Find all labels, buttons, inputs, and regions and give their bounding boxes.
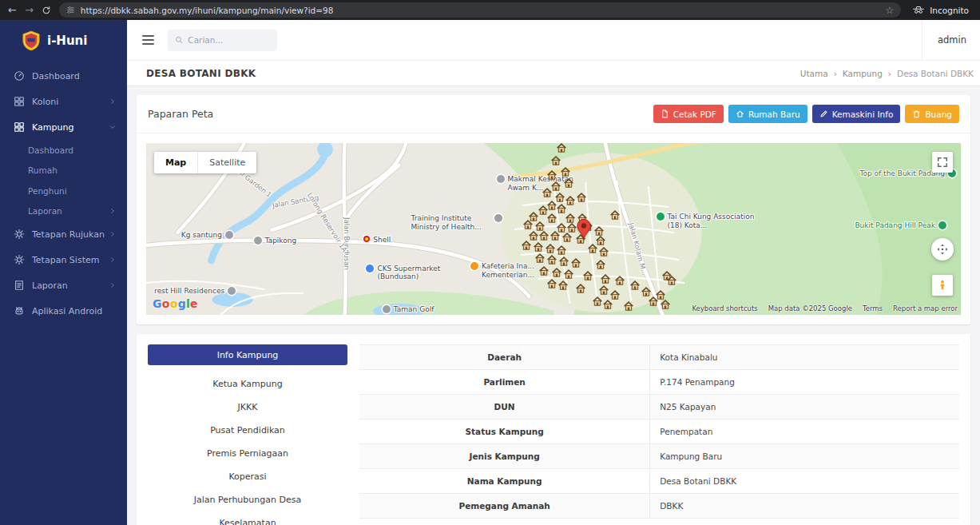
- house-marker[interactable]: [582, 271, 593, 280]
- house-marker[interactable]: [562, 233, 573, 242]
- map-poi-kafeteria-ina-kementerian[interactable]: Kafeteria Ina... Kementerian...: [470, 262, 550, 280]
- sidebar-item-koloni[interactable]: Koloni: [0, 89, 127, 114]
- map-poi-kg-santung[interactable]: Kg santung: [181, 231, 233, 240]
- tab-koperasi[interactable]: Koperasi: [148, 466, 347, 487]
- map-poi-taman-golf[interactable]: Taman Golf: [383, 305, 434, 314]
- cetak-pdf-button[interactable]: Cetak PDF: [653, 105, 724, 123]
- fullscreen-button[interactable]: [932, 152, 953, 173]
- breadcrumb-item-kampung[interactable]: Kampung: [843, 69, 883, 78]
- house-marker[interactable]: [534, 253, 545, 263]
- kemaskini-info-button[interactable]: Kemaskini Info: [812, 105, 901, 123]
- map-poi-training-institute-ministry-[interactable]: Training Institute Ministry of Health...: [411, 214, 502, 232]
- house-marker[interactable]: [649, 296, 659, 306]
- map-poi-bukit-padang-hill-peak[interactable]: Bukit Padang Hill Peak: [855, 221, 946, 230]
- map-type-satellite[interactable]: Satellite: [197, 152, 256, 173]
- map-attrib-terms[interactable]: Terms: [863, 304, 883, 312]
- tab-pusat-pendidikan[interactable]: Pusat Pendidikan: [148, 420, 347, 440]
- user-menu[interactable]: admin: [922, 20, 980, 60]
- house-marker[interactable]: [546, 279, 557, 288]
- house-marker[interactable]: [587, 244, 597, 253]
- house-marker[interactable]: [603, 300, 613, 309]
- tab-premis-perniagaan[interactable]: Premis Perniagaan: [148, 443, 347, 463]
- tab-info-kampung[interactable]: Info Kampung: [148, 344, 347, 365]
- map-attrib-report-a-map-error[interactable]: Report a map error: [893, 304, 958, 312]
- house-marker[interactable]: [660, 300, 670, 309]
- house-marker[interactable]: [623, 301, 633, 311]
- house-marker[interactable]: [551, 181, 561, 191]
- house-marker[interactable]: [523, 220, 534, 229]
- map-poi-tapikong[interactable]: Tapikong: [254, 237, 297, 245]
- house-marker[interactable]: [641, 287, 652, 296]
- sidebar-item-kampung[interactable]: Kampung: [0, 114, 127, 140]
- sidebar-item-tetapan-rujukan[interactable]: Tetapan Rujukan: [0, 221, 127, 247]
- map-poi-tai-chi-kung-association-18-[interactable]: Tai Chi Kung Association (18) Kota...: [657, 213, 760, 230]
- map-canvas[interactable]: Map Satellite Google Keyb: [146, 143, 961, 315]
- house-marker[interactable]: [596, 260, 606, 269]
- forward-button[interactable]: →: [25, 5, 34, 15]
- sidebar-item-aplikasi-android[interactable]: Aplikasi Android: [0, 298, 127, 324]
- house-marker[interactable]: [546, 170, 557, 180]
- house-marker[interactable]: [561, 167, 571, 177]
- house-marker[interactable]: [630, 280, 641, 290]
- sidebar-item-dashboard[interactable]: Dashboard: [0, 63, 127, 89]
- house-marker[interactable]: [575, 284, 585, 293]
- bookmark-star-icon[interactable]: ☆: [886, 5, 895, 16]
- menu-toggle-icon[interactable]: [141, 32, 156, 48]
- house-marker[interactable]: [534, 221, 545, 231]
- house-marker[interactable]: [609, 290, 620, 300]
- house-marker[interactable]: [538, 231, 549, 241]
- map-poi-rest-hill-residences[interactable]: rest Hill Residences: [154, 287, 236, 296]
- buang-button[interactable]: Buang: [905, 105, 959, 123]
- tab-jalan-perhubungan-desa[interactable]: Jalan Perhubungan Desa: [148, 489, 347, 510]
- sidebar-item-laporan[interactable]: Laporan: [0, 272, 127, 298]
- site-info-icon[interactable]: [66, 6, 75, 14]
- street-view-pegman[interactable]: [932, 275, 953, 296]
- house-marker[interactable]: [551, 156, 561, 165]
- house-marker[interactable]: [565, 213, 576, 223]
- house-marker[interactable]: [557, 204, 567, 213]
- house-marker[interactable]: [550, 231, 561, 241]
- house-marker[interactable]: [533, 242, 543, 252]
- back-button[interactable]: ←: [8, 5, 17, 15]
- selected-location-pin[interactable]: [576, 218, 591, 241]
- google-logo[interactable]: Google: [153, 297, 198, 310]
- house-marker[interactable]: [564, 269, 574, 279]
- sidebar-subitem-rumah[interactable]: Rumah: [0, 161, 127, 181]
- house-marker[interactable]: [601, 274, 611, 284]
- pan-control-button[interactable]: [931, 238, 954, 261]
- search-input[interactable]: [188, 35, 270, 45]
- house-marker[interactable]: [545, 244, 555, 253]
- sidebar-item-tetapan-sistem[interactable]: Tetapan Sistem: [0, 247, 127, 272]
- sidebar-subitem-dashboard[interactable]: Dashboard: [0, 140, 127, 161]
- search-box[interactable]: [168, 30, 277, 51]
- house-marker[interactable]: [594, 226, 605, 236]
- house-marker[interactable]: [599, 285, 609, 295]
- house-marker[interactable]: [558, 280, 569, 290]
- refresh-button[interactable]: [42, 6, 51, 15]
- sidebar-subitem-laporan[interactable]: Laporan: [0, 201, 127, 222]
- house-marker[interactable]: [557, 245, 567, 255]
- house-marker[interactable]: [528, 231, 538, 241]
- house-marker[interactable]: [564, 178, 574, 188]
- house-marker[interactable]: [542, 188, 552, 197]
- breadcrumb-item-desa-botani-dbkk[interactable]: Desa Botani DBKK: [897, 69, 974, 78]
- house-marker[interactable]: [557, 143, 567, 153]
- house-marker[interactable]: [546, 255, 557, 264]
- app-brand[interactable]: i-Huni: [0, 20, 127, 63]
- url-bar[interactable]: https://dbkk.sabah.gov.my/ihuni/kampung/…: [59, 2, 901, 18]
- tab-keselamatan[interactable]: Keselamatan: [148, 512, 347, 525]
- sidebar-subitem-penghuni[interactable]: Penghuni: [0, 181, 127, 201]
- house-marker[interactable]: [666, 276, 676, 285]
- house-marker[interactable]: [576, 193, 586, 202]
- tab-jkkk[interactable]: JKKK: [148, 396, 347, 417]
- map-poi-cks-supermarket-bundusan[interactable]: CKS Supermarket (Bundusan): [366, 264, 453, 282]
- house-marker[interactable]: [559, 257, 569, 266]
- house-marker[interactable]: [522, 241, 532, 250]
- rumah-baru-button[interactable]: Rumah Baru: [728, 105, 807, 123]
- map-attrib-keyboard-shortcuts[interactable]: Keyboard shortcuts: [692, 304, 757, 312]
- house-marker[interactable]: [565, 196, 576, 205]
- tab-ketua-kampung[interactable]: Ketua Kampung: [148, 373, 347, 394]
- house-marker[interactable]: [609, 210, 620, 220]
- house-marker[interactable]: [614, 276, 625, 285]
- house-marker[interactable]: [538, 266, 549, 276]
